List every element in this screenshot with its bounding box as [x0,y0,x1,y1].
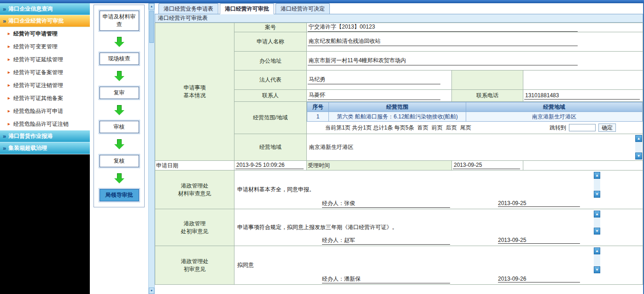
workflow-step-material-review[interactable]: 申请及材料审查 [100,11,139,31]
sidebar-item-label: 经营许可证注销管理 [13,82,63,89]
empty-green-cell [452,71,523,90]
prev-page-link[interactable]: 前页 [432,124,443,132]
down-arrow-icon [114,139,124,149]
last-page-link[interactable]: 尾页 [460,124,471,132]
arrow-bullet-icon: ► [7,70,11,75]
opinion-3-label: 港政管理处 初审意见 [155,246,234,285]
sidebar-item-license-other-record[interactable]: ► 经营许可证其他备案 [0,92,90,105]
scroll-down-icon[interactable]: ▼ [594,228,600,235]
menu-section-icon: » [3,6,6,12]
arrow-bullet-icon: ► [7,122,11,126]
handler-name[interactable]: 潘新保 [344,276,361,282]
first-page-link[interactable]: 首页 [417,124,428,132]
pagination-info: 当前第1页 共分1页 总计1条 每页5条 [325,124,414,132]
sidebar-item-dangerous-goods-apply[interactable]: ► 经营危险品许可申请 [0,105,90,118]
opinion-1-content[interactable]: 申请材料基本齐全，同意申报。 [234,185,643,194]
arrow-bullet-icon: ► [7,83,11,88]
accept-time-field[interactable]: 2013-09-25 [453,162,520,169]
sidebar-menu: » 港口企业信息查询 » 港口企业经营许可审批 ► 经营许可申请管理 ► 经营许… [0,3,90,294]
handler-label: 经办人： [322,200,344,206]
case-no-field[interactable]: 宁交港许字【2013】00123 [308,23,578,32]
scrollbar-thumb[interactable] [149,11,154,43]
down-arrow-icon [114,71,124,81]
opinion-3-content[interactable]: 拟同意 [234,260,643,270]
form-title: 港口经营许可审批表 [155,14,643,23]
menu-section-icon: » [3,18,6,24]
sidebar-item-license-approval[interactable]: » 港口企业经营许可审批 [0,15,90,27]
legal-rep-label: 法人代表 [234,71,307,90]
sidebar-item-license-renewal-mgmt[interactable]: ► 经营许可证延续管理 [0,53,90,66]
down-arrow-icon [114,173,124,183]
mini-scrollbar[interactable]: ▲ ▼ [594,247,600,273]
sidebar-item-cargo-report[interactable]: » 港口普货作业报港 [0,130,90,142]
phone-field[interactable]: 13101881483 [524,92,640,100]
opinion-2-content[interactable]: 申请事项符合规定，拟同意上报发放三年期《港口经营许可证》。 [234,223,643,232]
accept-time-label: 受理时间 [307,161,452,171]
scroll-up-icon[interactable]: ▲ [635,135,642,142]
sidebar-item-container-overload[interactable]: » 集装箱超载治理 [0,142,90,154]
legal-rep-field[interactable]: 马纪勇 [308,76,440,84]
office-address-label: 办公地址 [234,52,307,71]
applicant-name-field[interactable]: 南京纪发船舶清仓残油回收站 [308,37,578,46]
scroll-up-icon[interactable]: ▲ [149,3,154,10]
opinion-date[interactable]: 2013-09-26 [498,276,580,282]
business-area-label: 经营地域 [234,134,307,161]
tab-license-decision[interactable]: 港口经营许可决定 [275,3,330,14]
menu-section-icon: » [3,133,6,140]
mini-scrollbar[interactable]: ▲ ▼ [594,211,600,235]
tab-license-approval[interactable]: 港口经营许可审批 [220,3,274,14]
workflow-step-review[interactable]: 复核 [100,155,139,167]
contact-field[interactable]: 马菱怀 [308,91,440,100]
scroll-up-icon[interactable]: ▲ [594,211,600,218]
sidebar-item-label: 经营许可申请管理 [13,30,58,38]
sidebar-item-license-change-mgmt[interactable]: ► 经营许可变更管理 [0,40,90,53]
mini-scrollbar[interactable]: ▲ ▼ [635,135,642,159]
opinion-date[interactable]: 2013-09-25 [498,237,580,244]
mini-scrollbar[interactable]: ▲ ▼ [594,172,600,198]
apply-date-field[interactable]: 2013-9-25 10:09:26 [235,162,304,169]
case-no-label: 案号 [234,23,307,32]
main-vertical-scrollbar[interactable]: ▲ ▼ [148,3,155,294]
opinion-date[interactable]: 2013-09-25 [498,200,580,207]
scroll-down-icon[interactable]: ▼ [594,191,600,198]
phone-label: 联系电话 [452,90,523,102]
down-arrow-icon [114,105,124,115]
business-area-field[interactable]: 南京港新生圩港区 [307,142,643,152]
sidebar-item-label: 经营许可变更管理 [13,43,58,51]
sidebar-item-label: 港口企业经营许可审批 [8,17,64,25]
scroll-down-icon[interactable]: ▼ [149,288,154,294]
business-scope-label: 经营范围/地域 [234,102,307,134]
scope-row-seq: 1 [307,112,329,122]
sidebar-item-enterprise-info-query[interactable]: » 港口企业信息查询 [0,3,90,15]
workflow-step-recheck[interactable]: 复审 [100,87,139,99]
sidebar-item-label: 经营危险品许可证注销 [13,120,69,128]
scope-col-range: 经营范围 [329,102,466,112]
empty-cell [523,161,643,171]
sidebar-item-license-cancel-mgmt[interactable]: ► 经营许可证注销管理 [0,79,90,92]
opinion-1-label: 港政管理处 材料审查意见 [155,171,234,209]
confirm-button[interactable]: 确定 [598,123,616,132]
jump-to-label: 跳转到 [550,124,566,132]
scroll-up-icon[interactable]: ▲ [594,247,600,254]
tab-bar: 港口经营业务申请表 港口经营许可审批 港口经营许可决定 [155,3,643,14]
scroll-up-icon[interactable]: ▲ [594,172,600,179]
handler-name[interactable]: 赵军 [344,237,355,243]
scope-table-row: 1 第六类 船舶港口服务：6.12船舶污染物接收(船舶) 南京港新生圩港区 [307,112,643,122]
sidebar-item-license-record-mgmt[interactable]: ► 经营许可证备案管理 [0,66,90,79]
workflow-step-leader-approval[interactable]: 局领导审批 [100,189,139,201]
jump-page-input[interactable] [569,124,596,131]
empty-cell [523,71,643,90]
pagination-bar: 当前第1页 共分1页 总计1条 每页5条 首页 前页 后页 尾页 跳转到 确定 [307,122,643,134]
apply-date-label: 申请日期 [155,161,234,171]
scroll-down-icon[interactable]: ▼ [594,266,600,273]
workflow-step-audit[interactable]: 审核 [100,121,139,133]
next-page-link[interactable]: 后页 [446,124,457,132]
tab-business-application-form[interactable]: 港口经营业务申请表 [158,3,218,14]
workflow-step-site-check[interactable]: 现场核查 [100,53,139,65]
scroll-down-icon[interactable]: ▼ [635,153,642,159]
handler-name[interactable]: 张俊 [344,200,355,206]
sidebar-item-label: 经营危险品许可申请 [13,107,63,115]
office-address-field[interactable]: 南京市新河一村11号4幢郑和农贸市场内 [308,57,578,65]
sidebar-item-license-apply-mgmt[interactable]: ► 经营许可申请管理 [0,27,90,40]
sidebar-item-dangerous-goods-cancel[interactable]: ► 经营危险品许可证注销 [0,118,90,130]
